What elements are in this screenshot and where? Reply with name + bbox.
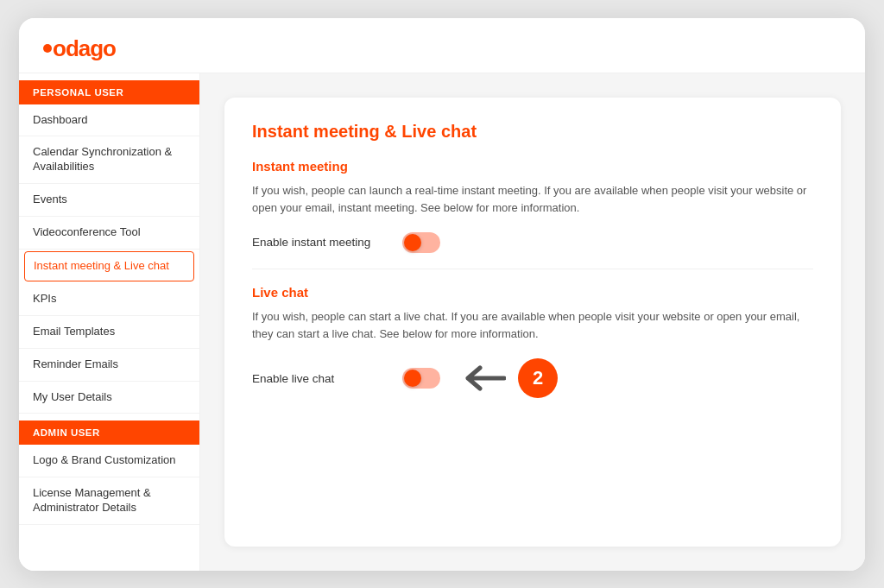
toggle-thumb-livechat <box>404 370 421 387</box>
sidebar-item-calendar[interactable]: Calendar Synchronization & Availabilitie… <box>19 136 199 184</box>
sidebar-item-email-templates[interactable]: Email Templates <box>19 316 199 349</box>
app-container: odago PERSONAL USER Dashboard Calendar S… <box>19 18 865 571</box>
instant-meeting-toggle-label: Enable instant meeting <box>252 236 390 249</box>
sidebar-section-personal: PERSONAL USER <box>19 80 199 104</box>
header: odago <box>19 18 865 73</box>
sidebar-item-reminder-emails[interactable]: Reminder Emails <box>19 349 199 382</box>
sidebar-item-videoconference[interactable]: Videoconference Tool <box>19 217 199 250</box>
sidebar: PERSONAL USER Dashboard Calendar Synchro… <box>19 73 200 571</box>
content-area: Instant meeting & Live chat Instant meet… <box>200 73 865 571</box>
main-layout: PERSONAL USER Dashboard Calendar Synchro… <box>19 73 865 571</box>
logo-text: odago <box>53 35 116 62</box>
sidebar-item-instant-meeting[interactable]: Instant meeting & Live chat <box>24 251 194 281</box>
live-chat-desc: If you wish, people can start a live cha… <box>252 308 813 343</box>
live-chat-toggle[interactable] <box>402 368 440 389</box>
logo-dot-icon <box>43 44 52 53</box>
toggle-track-instant <box>402 232 440 253</box>
logo: odago <box>43 35 116 62</box>
content-card: Instant meeting & Live chat Instant meet… <box>224 98 841 547</box>
annotation-badge: 2 <box>518 358 558 398</box>
sidebar-item-kpis[interactable]: KPIs <box>19 283 199 316</box>
toggle-thumb-instant <box>404 234 421 251</box>
sidebar-item-license[interactable]: License Management & Administrator Detai… <box>19 477 199 525</box>
sidebar-item-user-details[interactable]: My User Details <box>19 382 199 414</box>
instant-meeting-title: Instant meeting <box>252 159 813 174</box>
toggle-track-livechat <box>402 368 440 389</box>
badge-number: 2 <box>533 367 543 389</box>
live-chat-toggle-row: Enable live chat <box>252 358 813 398</box>
sidebar-item-events[interactable]: Events <box>19 184 199 217</box>
instant-meeting-toggle-row: Enable instant meeting <box>252 232 813 253</box>
annotation-area: 2 <box>461 358 558 398</box>
sidebar-section-admin: ADMIN USER <box>19 420 199 445</box>
page-title: Instant meeting & Live chat <box>252 122 813 142</box>
live-chat-title: Live chat <box>252 285 813 300</box>
sidebar-item-dashboard[interactable]: Dashboard <box>19 104 199 137</box>
arrow-left-icon <box>461 363 506 394</box>
instant-meeting-desc: If you wish, people can launch a real-ti… <box>252 182 813 217</box>
section-divider <box>252 269 813 269</box>
live-chat-toggle-label: Enable live chat <box>252 372 390 385</box>
sidebar-item-logo-brand[interactable]: Logo & Brand Customization <box>19 445 199 477</box>
instant-meeting-toggle[interactable] <box>402 232 440 253</box>
